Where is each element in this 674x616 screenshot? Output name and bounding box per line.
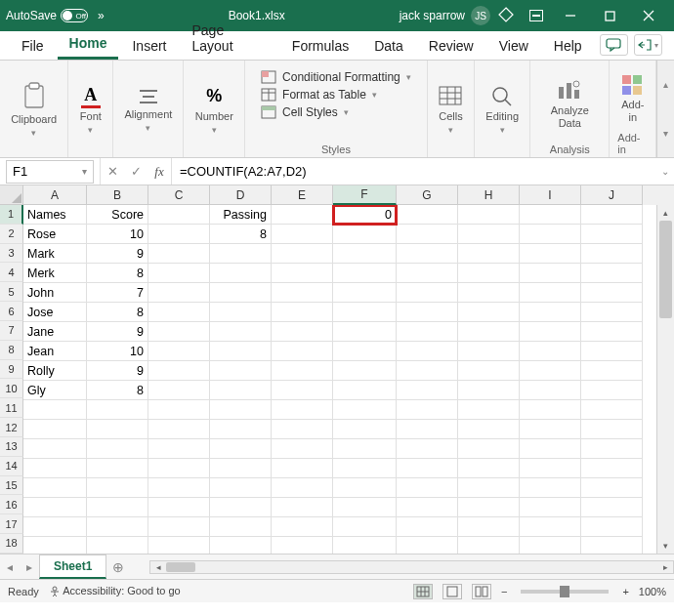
close-button[interactable] <box>629 0 668 31</box>
user-avatar[interactable]: JS <box>471 6 490 25</box>
conditional-formatting-button[interactable]: Conditional Formatting <box>261 70 411 84</box>
cell-E1[interactable] <box>272 205 333 225</box>
cell-J13[interactable] <box>581 439 643 459</box>
cell-B12[interactable] <box>87 420 148 439</box>
cell-F10[interactable] <box>333 381 397 400</box>
cell-E7[interactable] <box>272 322 333 342</box>
cell-A1[interactable]: Names <box>23 205 87 225</box>
cell-G17[interactable] <box>397 517 458 537</box>
row-header-2[interactable]: 2 <box>0 225 23 244</box>
select-all-corner[interactable] <box>0 185 23 205</box>
zoom-level[interactable]: 100% <box>639 586 666 597</box>
row-header-11[interactable]: 11 <box>0 398 23 418</box>
cell-I18[interactable] <box>520 537 581 554</box>
cell-I17[interactable] <box>520 517 581 537</box>
zoom-slider[interactable] <box>521 590 609 594</box>
comments-button[interactable] <box>600 34 628 56</box>
cell-C8[interactable] <box>148 342 210 361</box>
view-page-layout[interactable] <box>442 584 462 599</box>
cell-B15[interactable] <box>87 478 148 498</box>
scroll-down-icon[interactable]: ▾ <box>657 538 674 554</box>
cell-H4[interactable] <box>458 264 520 283</box>
cell-C18[interactable] <box>148 537 210 554</box>
autosave-toggle[interactable]: AutoSave Off <box>6 9 88 22</box>
row-header-17[interactable]: 17 <box>0 514 23 534</box>
cell-D17[interactable] <box>210 517 272 537</box>
cell-D13[interactable] <box>210 439 272 459</box>
zoom-in-button[interactable]: + <box>622 586 628 597</box>
cell-C16[interactable] <box>148 498 210 517</box>
cell-H7[interactable] <box>458 322 520 342</box>
cell-F7[interactable] <box>333 322 397 342</box>
cell-H18[interactable] <box>458 537 520 554</box>
cell-A8[interactable]: Jean <box>23 342 87 361</box>
share-button[interactable]: ▾ <box>634 34 662 56</box>
cell-C4[interactable] <box>148 264 210 283</box>
cell-H16[interactable] <box>458 498 520 517</box>
accessibility-status[interactable]: Accessibility: Good to go <box>49 585 181 597</box>
cell-E2[interactable] <box>272 225 333 244</box>
cell-G9[interactable] <box>397 361 458 381</box>
cell-G10[interactable] <box>397 381 458 400</box>
tab-review[interactable]: Review <box>417 32 485 60</box>
cell-F11[interactable] <box>333 400 397 420</box>
cell-D14[interactable] <box>210 459 272 478</box>
cell-A6[interactable]: Jose <box>23 303 87 322</box>
row-header-6[interactable]: 6 <box>0 302 23 321</box>
cell-H9[interactable] <box>458 361 520 381</box>
cell-B16[interactable] <box>87 498 148 517</box>
tab-insert[interactable]: Insert <box>120 32 178 60</box>
cell-A18[interactable] <box>23 537 87 554</box>
cell-C13[interactable] <box>148 439 210 459</box>
cell-J3[interactable] <box>581 244 643 264</box>
cell-D12[interactable] <box>210 420 272 439</box>
cell-A12[interactable] <box>23 420 87 439</box>
horizontal-scrollbar[interactable]: ◂ ▸ <box>149 560 674 574</box>
alignment-button[interactable]: Alignment <box>121 66 175 153</box>
cell-I9[interactable] <box>520 361 581 381</box>
cell-C12[interactable] <box>148 420 210 439</box>
cell-A5[interactable]: John <box>23 283 87 303</box>
cell-E11[interactable] <box>272 400 333 420</box>
scroll-thumb[interactable] <box>659 221 672 318</box>
cell-E9[interactable] <box>272 361 333 381</box>
namebox-dropdown-icon[interactable]: ▾ <box>82 166 87 177</box>
enter-formula-button[interactable]: ✓ <box>124 164 147 179</box>
cell-C6[interactable] <box>148 303 210 322</box>
cell-A2[interactable]: Rose <box>23 225 87 244</box>
qat-overflow-icon[interactable]: » <box>98 9 105 22</box>
cell-H8[interactable] <box>458 342 520 361</box>
cell-J12[interactable] <box>581 420 643 439</box>
cell-D7[interactable] <box>210 322 272 342</box>
cell-G18[interactable] <box>397 537 458 554</box>
cell-J14[interactable] <box>581 459 643 478</box>
row-header-7[interactable]: 7 <box>0 321 23 341</box>
formula-input[interactable]: =COUNTIF(A2:A7,D2) <box>171 158 656 185</box>
cell-C9[interactable] <box>148 361 210 381</box>
cell-A9[interactable]: Rolly <box>23 361 87 381</box>
maximize-button[interactable] <box>590 0 629 31</box>
cell-D10[interactable] <box>210 381 272 400</box>
tab-home[interactable]: Home <box>58 29 119 60</box>
cell-F2[interactable] <box>333 225 397 244</box>
cell-C1[interactable] <box>148 205 210 225</box>
cell-D1[interactable]: Passing <box>210 205 272 225</box>
cell-E17[interactable] <box>272 517 333 537</box>
cell-A16[interactable] <box>23 498 87 517</box>
sheet-nav-next[interactable]: ▸ <box>20 560 39 574</box>
row-header-14[interactable]: 14 <box>0 457 23 476</box>
cell-I3[interactable] <box>520 244 581 264</box>
toggle-switch[interactable]: Off <box>61 9 88 22</box>
cell-B4[interactable]: 8 <box>87 264 148 283</box>
ribbon-mode-icon[interactable] <box>529 10 543 21</box>
cell-I2[interactable] <box>520 225 581 244</box>
cell-H13[interactable] <box>458 439 520 459</box>
cell-D6[interactable] <box>210 303 272 322</box>
insert-function-button[interactable]: fx <box>147 164 171 180</box>
tab-file[interactable]: File <box>10 32 56 60</box>
zoom-out-button[interactable]: − <box>501 586 507 597</box>
cell-B14[interactable] <box>87 459 148 478</box>
cell-I11[interactable] <box>520 400 581 420</box>
view-page-break[interactable] <box>472 584 491 599</box>
cell-E5[interactable] <box>272 283 333 303</box>
